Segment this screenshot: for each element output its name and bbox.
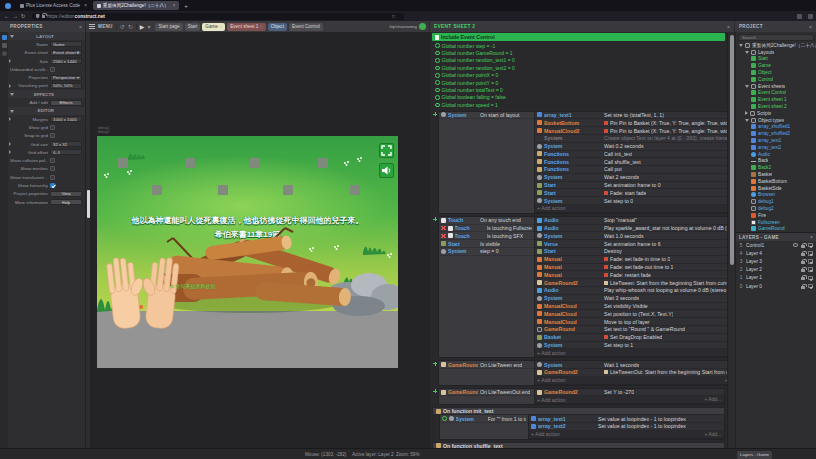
expand-icon[interactable] <box>9 117 11 121</box>
tree-item[interactable]: debug1 <box>736 198 816 205</box>
event-condition[interactable]: GameRound2 On LiteTween end <box>439 361 534 369</box>
visibility-eye-icon[interactable] <box>793 243 798 246</box>
property-value[interactable]: 2560 x 1440 <box>50 58 82 64</box>
editor-tab[interactable]: Start page <box>155 23 182 31</box>
checkbox[interactable] <box>50 175 55 180</box>
tree-caret-icon[interactable] <box>739 44 743 47</box>
tree-item[interactable]: array_text1 <box>736 137 816 144</box>
event-action[interactable]: GameRound2 LiteTween: Start from the beg… <box>535 279 727 287</box>
event-action[interactable]: Start Destroy <box>535 248 727 256</box>
global-variable-row[interactable]: Global number random_text1 = 0 <box>432 57 725 64</box>
event-action[interactable]: System Create object Text on layer 4 at … <box>535 135 727 143</box>
event-block[interactable]: Touch On any touch end Touch Is touching… <box>432 216 725 358</box>
tab-close-icon[interactable]: × <box>173 3 176 8</box>
property-value[interactable]: Help <box>50 199 82 205</box>
event-action[interactable]: Functions Call shuffle_text <box>535 158 727 166</box>
avatar[interactable] <box>419 23 426 30</box>
tab-close-icon[interactable]: × <box>84 3 87 8</box>
event-action[interactable]: GameRound2 LiteTweenOut: Start from the … <box>535 369 727 377</box>
checkbox[interactable] <box>50 166 55 171</box>
tree-item[interactable]: Event Control <box>736 90 816 97</box>
close-icon[interactable]: × <box>79 24 82 30</box>
event-action[interactable]: array_text1 Set size to (totalText, 1, 1… <box>535 112 727 120</box>
function-header[interactable]: On function init_text <box>432 407 725 415</box>
lock-icon[interactable] <box>801 286 805 289</box>
tree-item[interactable]: Fullscreen <box>736 219 816 226</box>
event-action[interactable]: + Add action + Add... <box>535 377 727 385</box>
editor-tab[interactable]: Game × <box>202 23 225 31</box>
property-value[interactable]: 32 x 32 <box>50 141 82 147</box>
extension-icon[interactable] <box>797 14 802 19</box>
event-action[interactable]: System Wait 1.0 seconds <box>535 232 727 240</box>
browser-menu-icon[interactable] <box>808 14 813 19</box>
browser-tab-2-active[interactable]: 重新佈局2Challenge!（二十八） × <box>93 1 180 10</box>
preview-dropdown-icon[interactable]: ▾ <box>147 22 150 32</box>
tree-item[interactable]: Audio <box>736 151 816 158</box>
editor-tab[interactable]: Start <box>185 23 201 31</box>
new-tab-button[interactable]: + <box>181 3 191 9</box>
event-action[interactable]: BasketBottom Pin Pin to Basket (X: True,… <box>535 119 727 127</box>
tree-item[interactable]: Layouts <box>736 49 816 56</box>
menu-button[interactable]: MENU <box>98 24 113 29</box>
forward-icon[interactable]: → <box>13 13 19 19</box>
tree-item[interactable]: Back2 <box>736 164 816 171</box>
event-action[interactable]: Functions Call put <box>535 166 727 174</box>
global-variable-row[interactable]: Global number step = -1 <box>432 42 725 49</box>
checkbox[interactable] <box>50 158 55 163</box>
editor-tab[interactable]: Event Control <box>289 23 323 31</box>
global-variable-row[interactable]: Global number totalText = 0 <box>432 86 725 93</box>
event-condition[interactable]: System For "" from 1 to totalText <box>440 415 528 423</box>
tab-close-icon[interactable]: × <box>220 24 222 29</box>
tree-item[interactable]: Start <box>736 56 816 63</box>
tab-close-icon[interactable]: × <box>260 24 262 29</box>
event-action[interactable]: array_text2 Set value at loopindex - 1 t… <box>529 423 724 431</box>
global-variable-row[interactable]: Global boolean falling = false <box>432 94 725 101</box>
tree-item[interactable]: Event sheet 1 <box>736 96 816 103</box>
event-action[interactable]: Functions Call init_text <box>535 151 727 159</box>
global-variable-row[interactable]: Global number pointY = 0 <box>432 79 725 86</box>
layer-row[interactable]: 2 Layer 2 <box>736 266 816 274</box>
event-action[interactable]: ManualCloud2 Pin Pin to Basket (X: True,… <box>535 127 727 135</box>
event-action[interactable]: + Add action + Add... <box>529 431 724 439</box>
layout-view[interactable]: debug1debug2 他以為神還能叫人從死裏復活，他也彷彿從死中得回他的兒子… <box>90 32 430 448</box>
tree-item[interactable]: array_shuffled2 <box>736 130 816 137</box>
tree-item[interactable]: array_shuffled1 <box>736 124 816 131</box>
browser-app-icon[interactable] <box>5 3 11 9</box>
tree-item[interactable]: debug2 <box>736 205 816 212</box>
event-action[interactable]: ManualCloud Set position to (Text.X, Tex… <box>535 310 727 318</box>
event-action[interactable]: GameRound2 Set Y to -270 <box>535 389 724 397</box>
event-block[interactable]: GameRound2 On LiteTween end System Wait … <box>432 360 725 385</box>
event-condition[interactable]: Start Is visible <box>439 240 534 248</box>
shield-icon[interactable] <box>36 14 40 19</box>
layer-checkbox[interactable] <box>808 243 813 248</box>
bookmark-star-icon[interactable]: ☆ <box>391 13 395 19</box>
tree-item[interactable]: Scripts <box>736 110 816 117</box>
property-value[interactable]: 0, 0 <box>50 149 82 155</box>
event-condition[interactable]: Touch Is touching SFX <box>439 232 534 240</box>
property-value[interactable]: Effects <box>50 100 82 106</box>
event-block[interactable]: GameRound2 On LiteTweenOut end GameRound… <box>432 388 725 406</box>
layer-checkbox[interactable] <box>808 276 813 281</box>
layer-checkbox[interactable] <box>808 251 813 256</box>
event-action[interactable]: Basket Set DragDrop Enabled <box>535 334 727 342</box>
event-action[interactable]: Start Set animation frame to 0 <box>535 182 727 190</box>
reload-icon[interactable]: ↻ <box>21 13 26 19</box>
property-value[interactable]: Perspective <box>50 75 82 81</box>
close-icon[interactable]: × <box>727 24 730 30</box>
event-action[interactable]: System Wait 3 seconds <box>535 295 727 303</box>
editor-tab[interactable]: Event sheet 1 × <box>227 23 265 31</box>
event-condition[interactable]: System On start of layout <box>439 112 534 120</box>
event-action[interactable]: + Add action + Add... <box>535 205 727 213</box>
function-block[interactable]: On function init_text System For "" from… <box>432 407 725 439</box>
user-account[interactable]: hq/sharewong <box>389 23 426 30</box>
event-block[interactable]: System On start of layout array_text1 Se… <box>432 111 725 214</box>
event-action[interactable]: + Add action + Add... <box>535 396 724 404</box>
event-action[interactable]: ManualCloud Set visibility Visible <box>535 303 727 311</box>
layer-checkbox[interactable] <box>808 284 813 289</box>
tree-item[interactable]: Back <box>736 158 816 165</box>
panel-icon[interactable] <box>2 51 7 56</box>
tree-item[interactable]: array_text2 <box>736 144 816 151</box>
tree-caret-icon[interactable] <box>745 85 749 88</box>
lock-icon[interactable] <box>801 253 805 256</box>
close-icon[interactable]: × <box>809 24 812 30</box>
